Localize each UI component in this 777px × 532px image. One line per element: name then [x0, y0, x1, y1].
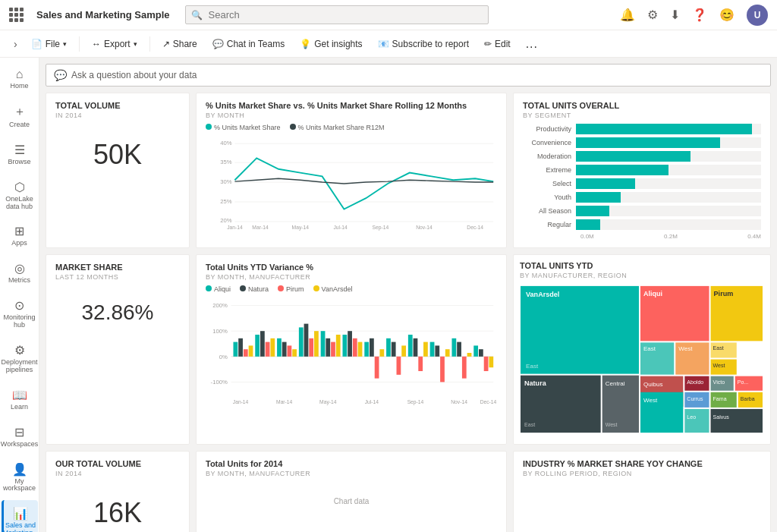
get-insights-button[interactable]: 💡 Get insights	[294, 36, 368, 52]
svg-rect-70	[479, 349, 483, 357]
notification-icon[interactable]: 🔔	[620, 8, 635, 22]
content-area: 💬 Ask a question about your data Total V…	[39, 58, 777, 532]
feedback-icon[interactable]: 😊	[719, 8, 735, 22]
total-units-2014-card: Total Units for 2014 BY MONTH, MANUFACTU…	[196, 451, 507, 532]
hbar-title: Total Units Overall	[523, 101, 761, 110]
svg-text:Sep-14: Sep-14	[407, 399, 424, 405]
divider-2	[149, 36, 150, 52]
svg-rect-39	[309, 338, 313, 357]
svg-text:200%: 200%	[212, 302, 228, 309]
sidebar-item-monitoring[interactable]: ⊙ Monitoring hub	[2, 292, 38, 335]
sidebar-item-browse[interactable]: ☰ Browse	[2, 137, 38, 172]
hbar-card: Total Units Overall BY SEGMENT Productiv…	[513, 93, 771, 248]
sidebar-item-workspaces[interactable]: ⊟ Workspaces	[2, 419, 38, 455]
industry-market-share-card: Industry % Market Share YOY Change BY RO…	[513, 451, 771, 532]
search-box: 🔍	[185, 5, 489, 24]
sidebar-item-salesmarketing[interactable]: 📊 Sales and Marketing...	[2, 500, 38, 532]
svg-rect-44	[336, 335, 341, 357]
svg-text:Dec-14: Dec-14	[480, 399, 497, 405]
line-chart-title: % Units Market Share vs. % Units Market …	[206, 101, 497, 110]
svg-rect-68	[467, 353, 472, 357]
svg-text:100%: 100%	[212, 328, 228, 335]
industry-subtitle: BY ROLLING PERIOD, REGION	[523, 470, 761, 477]
svg-text:Victo: Victo	[713, 379, 725, 385]
hbar-row-youth: Youth	[523, 192, 761, 203]
app-title: Sales and Marketing Sample	[36, 9, 170, 20]
our-total-volume-card: Our Total Volume IN 2014 16K	[46, 451, 190, 532]
settings-icon[interactable]: ⚙	[647, 8, 658, 22]
export-button[interactable]: ↔ Export ▾	[86, 36, 143, 52]
learn-icon: 📖	[12, 388, 27, 402]
svg-text:25%: 25%	[220, 198, 232, 205]
line-chart-card: % Units Market Share vs. % Units Market …	[196, 93, 507, 248]
svg-text:Mar-14: Mar-14	[276, 399, 293, 405]
vbar-legend: Aliqui Natura Pirum VanArsdel	[206, 285, 497, 293]
hbar-row-productivity: Productivity	[523, 124, 761, 134]
more-options-button[interactable]: ...	[520, 34, 544, 54]
svg-rect-26	[238, 338, 243, 357]
expand-sidebar-button[interactable]: ›	[9, 33, 22, 55]
deployment-icon: ⚙	[14, 343, 25, 357]
svg-rect-52	[379, 349, 384, 357]
total-volume-card: Total Volume IN 2014 50K	[46, 93, 190, 248]
avatar[interactable]: U	[747, 5, 768, 26]
qa-icon: 💬	[54, 69, 67, 81]
svg-rect-53	[386, 338, 391, 357]
hbar-row-extreme: Extreme	[523, 165, 761, 175]
edit-button[interactable]: ✏ Edit	[478, 36, 517, 52]
subscribe-button[interactable]: 📧 Subscribe to report	[372, 36, 475, 52]
sidebar-item-deployment[interactable]: ⚙ Deployment pipelines	[2, 337, 38, 380]
line-chart-svg: 40% 35% 30% 25% 20% Jan-14	[206, 134, 497, 233]
svg-rect-30	[260, 331, 265, 357]
market-share-card: Market Share LAST 12 MONTHS 32.86%	[46, 254, 190, 445]
top-bar-right: 🔔 ⚙ ⬇ ❓ 😊 U	[620, 5, 768, 26]
svg-rect-58	[414, 338, 418, 357]
svg-rect-72	[489, 357, 493, 367]
sidebar-item-myworkspace[interactable]: 👤 My workspace	[2, 456, 38, 499]
insights-icon: 💡	[300, 39, 311, 49]
total-units-2014-subtitle: BY MONTH, MANUFACTURER	[206, 470, 497, 477]
share-button[interactable]: ↗ Share	[156, 36, 203, 52]
app-launcher-icon[interactable]	[9, 8, 24, 23]
svg-text:Quibus: Quibus	[643, 381, 663, 388]
sidebar-item-metrics[interactable]: ◎ Metrics	[2, 255, 38, 291]
hbar-row-allseason: All Season	[523, 206, 761, 216]
search-icon: 🔍	[191, 10, 203, 20]
top-bar: Sales and Marketing Sample 🔍 🔔 ⚙ ⬇ ❓ 😊 U	[0, 0, 777, 30]
svg-rect-63	[440, 357, 445, 382]
total-units-2014-title: Total Units for 2014	[206, 459, 497, 468]
help-icon[interactable]: ❓	[692, 8, 707, 22]
svg-rect-49	[364, 342, 369, 357]
sidebar-item-home[interactable]: ⌂ Home	[2, 61, 38, 96]
svg-text:Pirum: Pirum	[714, 290, 734, 297]
chat-in-teams-button[interactable]: 💬 Chat in Teams	[206, 36, 291, 52]
sidebar-item-create[interactable]: ＋ Create	[2, 98, 38, 135]
file-button[interactable]: 📄 File ▾	[25, 36, 73, 52]
search-input[interactable]	[185, 5, 489, 24]
svg-rect-71	[484, 357, 489, 371]
svg-text:East: East	[524, 422, 535, 427]
svg-rect-41	[321, 331, 326, 357]
browse-icon: ☰	[14, 143, 25, 157]
workspaces-icon: ⊟	[14, 425, 24, 439]
export-icon: ↔	[92, 39, 101, 49]
sidebar-item-onelake[interactable]: ⬡ OneLake data hub	[2, 174, 38, 217]
total-volume-title: Total Volume	[55, 101, 180, 110]
hbar-row-moderation: Moderation	[523, 151, 761, 162]
svg-text:Po...: Po...	[738, 379, 749, 385]
svg-rect-36	[292, 349, 297, 357]
sidebar-item-learn[interactable]: 📖 Learn	[2, 382, 38, 417]
qa-bar[interactable]: 💬 Ask a question about your data	[46, 64, 771, 87]
hbar-rows: Productivity Convenience Moderation Extr…	[523, 124, 761, 230]
sidebar-item-apps[interactable]: ⊞ Apps	[2, 218, 38, 253]
svg-text:Currus: Currus	[687, 396, 703, 401]
svg-rect-34	[282, 342, 287, 357]
svg-text:West: West	[678, 345, 693, 352]
monitoring-icon: ⊙	[14, 298, 24, 313]
svg-rect-117	[684, 409, 709, 433]
legend-item-1: % Units Market Share R12M	[290, 124, 385, 131]
download-icon[interactable]: ⬇	[670, 8, 680, 22]
line-chart-subtitle: BY MONTH	[206, 112, 497, 119]
svg-text:Nov-14: Nov-14	[451, 399, 467, 405]
svg-text:Leo: Leo	[687, 414, 696, 420]
